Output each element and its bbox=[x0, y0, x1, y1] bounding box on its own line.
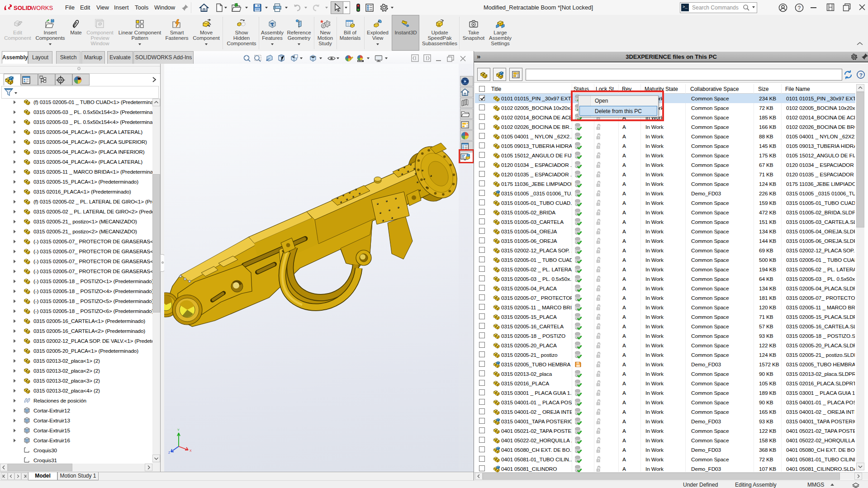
svg-text:WORKS: WORKS bbox=[31, 5, 53, 11]
svg-text:Z: Z bbox=[168, 451, 171, 454]
svg-text:?: ? bbox=[859, 72, 863, 78]
svg-text:Y: Y bbox=[177, 428, 180, 431]
svg-text:X: X bbox=[190, 449, 192, 452]
svg-text:?: ? bbox=[798, 5, 801, 11]
svg-text:SOLID: SOLID bbox=[14, 5, 32, 11]
